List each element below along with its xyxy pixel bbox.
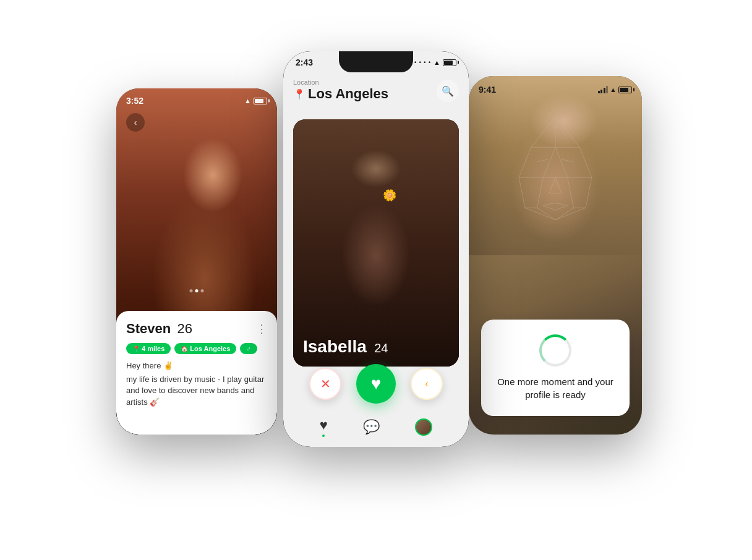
bio-text: my life is driven by music - I play guit…: [126, 374, 267, 408]
bottom-nav: ♥ 💬: [283, 417, 469, 437]
svg-line-7: [519, 177, 525, 208]
location-city: Los Angeles: [308, 86, 388, 102]
svg-line-0: [531, 117, 555, 147]
svg-line-14: [537, 177, 544, 208]
chat-nav-icon: 💬: [363, 419, 380, 435]
search-button[interactable]: 🔍: [437, 80, 459, 102]
svg-line-8: [586, 177, 592, 208]
svg-line-25: [555, 177, 562, 193]
right-screen: 9:41 ▲ One more moment and your profile …: [469, 76, 642, 435]
name-age: Steven 26: [126, 321, 192, 337]
more-options-button[interactable]: ⋮: [256, 322, 267, 336]
center-status-bar: 2:43 • • • • ▲: [296, 57, 456, 67]
center-person: [293, 119, 459, 367]
gender-icon: ♂: [246, 346, 251, 352]
rewind-button[interactable]: ‹: [411, 368, 443, 400]
svg-line-5: [579, 147, 592, 177]
loading-text: One more moment and your profile is read…: [494, 375, 617, 401]
right-time: 9:41: [479, 85, 496, 95]
right-status-icons: ▲: [598, 86, 632, 93]
home-icon: 🏠: [181, 346, 188, 352]
face-mesh-overlay: [495, 94, 616, 273]
location-wrapper: Location 📍 Los Angeles: [293, 78, 388, 102]
distance-label: 4 miles: [142, 345, 164, 352]
nav-chat[interactable]: 💬: [363, 419, 380, 435]
location-label: Location: [293, 78, 388, 86]
center-time: 2:43: [296, 57, 313, 67]
phone-center: 2:43 • • • • ▲ Location 📍 Los Angeles: [283, 51, 469, 447]
left-battery-icon: [254, 98, 267, 104]
avatar-thumb: [415, 418, 432, 436]
svg-line-27: [543, 203, 555, 205]
dislike-button[interactable]: ✕: [309, 368, 341, 400]
phone-left: 3:52 ▲ ‹ Steven: [116, 88, 277, 435]
scroll-indicator: [190, 289, 204, 292]
profile-info-card: Steven 26 ⋮ 📍 4 miles 🏠 Los Angeles: [116, 311, 277, 435]
tag-location: 🏠 Los Angeles: [174, 343, 236, 354]
tags-row: 📍 4 miles 🏠 Los Angeles ♂: [126, 343, 267, 354]
center-profile-card: 🌼 Isabella 24: [293, 119, 459, 367]
left-wifi-icon: ▲: [244, 97, 251, 104]
svg-line-22: [537, 159, 549, 162]
svg-line-29: [543, 205, 555, 210]
scroll-dot-1: [190, 289, 193, 292]
svg-line-24: [549, 177, 555, 193]
svg-line-15: [568, 177, 574, 208]
svg-line-28: [555, 203, 568, 205]
like-button[interactable]: ♥: [356, 364, 396, 404]
left-status-bar: 3:52 ▲: [126, 96, 267, 106]
left-screen: 3:52 ▲ ‹ Steven: [116, 88, 277, 435]
pin-icon: 📍: [132, 346, 140, 352]
center-status-icons: • • • • ▲: [414, 59, 456, 66]
tag-distance: 📍 4 miles: [126, 343, 171, 354]
left-time: 3:52: [126, 96, 143, 106]
center-profile-age: 24: [374, 341, 388, 355]
center-signal-dots: • • • •: [414, 59, 431, 66]
phone-right: 9:41 ▲ One more moment and your profile …: [469, 76, 642, 435]
center-screen: 2:43 • • • • ▲ Location 📍 Los Angeles: [283, 51, 469, 447]
action-buttons: ✕ ♥ ‹: [283, 364, 469, 404]
nav-heart[interactable]: ♥: [320, 417, 328, 437]
profile-age: 26: [177, 321, 192, 336]
svg-line-30: [555, 205, 568, 210]
bio-greeting: Hey there ✌: [126, 360, 267, 371]
center-battery-icon: [443, 59, 456, 66]
svg-line-1: [555, 117, 579, 147]
scroll-dot-2: [195, 289, 199, 292]
loading-card: One more moment and your profile is read…: [481, 320, 630, 416]
right-status-bar: 9:41 ▲: [479, 85, 632, 95]
active-indicator: [322, 435, 325, 437]
location-label: Los Angeles: [190, 345, 230, 352]
svg-line-3: [519, 147, 531, 177]
phones-container: 3:52 ▲ ‹ Steven: [98, 39, 654, 521]
name-row: Steven 26 ⋮: [126, 321, 267, 337]
center-photo-bg: 🌼 Isabella 24: [293, 119, 459, 367]
right-signal-icon: [598, 86, 609, 93]
location-pin-icon: 📍: [293, 88, 306, 100]
scroll-dot-3: [201, 289, 204, 292]
center-header: Location 📍 Los Angeles 🔍: [293, 78, 459, 102]
tag-gender: ♂: [240, 343, 257, 354]
svg-line-12: [555, 147, 568, 177]
center-wifi-icon: ▲: [434, 59, 440, 66]
back-button[interactable]: ‹: [126, 113, 145, 132]
center-profile-name: Isabella: [303, 337, 367, 356]
right-battery-icon: [618, 87, 632, 93]
flower-emoji: 🌼: [383, 189, 396, 202]
center-name-overlay: Isabella 24: [303, 337, 388, 357]
svg-line-11: [543, 147, 555, 177]
location-value: 📍 Los Angeles: [293, 86, 388, 102]
profile-name: Steven: [126, 321, 171, 336]
left-status-icons: ▲: [244, 97, 267, 104]
right-wifi-icon: ▲: [610, 86, 617, 93]
svg-line-23: [562, 159, 574, 162]
nav-profile[interactable]: [415, 418, 432, 436]
loading-spinner: [539, 334, 571, 367]
heart-nav-icon: ♥: [320, 417, 328, 433]
